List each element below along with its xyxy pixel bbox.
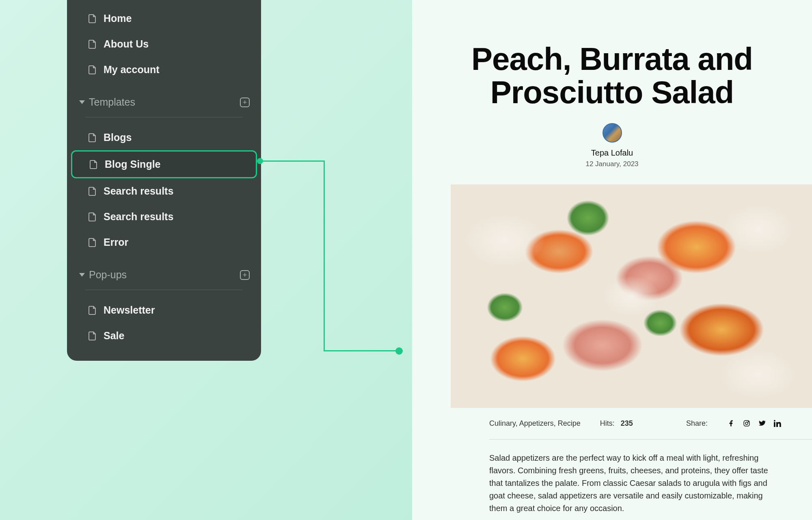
sidebar-item-newsletter[interactable]: Newsletter bbox=[71, 297, 257, 323]
svg-point-1 bbox=[745, 422, 748, 425]
hits-value: 235 bbox=[621, 419, 633, 427]
document-icon bbox=[88, 133, 96, 143]
facebook-icon[interactable] bbox=[727, 419, 735, 427]
linkedin-icon[interactable] bbox=[773, 419, 782, 427]
sidebar-item-my-account[interactable]: My account bbox=[71, 57, 257, 82]
sidebar-item-error[interactable]: Error bbox=[71, 230, 257, 255]
section-header-popups[interactable]: Pop-ups + bbox=[67, 263, 261, 286]
preview-panel: Peach, Burrata and Prosciutto Salad Tepa… bbox=[412, 0, 812, 520]
nav-label: Blog Single bbox=[105, 158, 161, 170]
nav-label: My account bbox=[104, 64, 160, 76]
article-title: Peach, Burrata and Prosciutto Salad bbox=[412, 43, 812, 109]
add-popup-button[interactable]: + bbox=[240, 270, 250, 280]
sidebar-item-blogs[interactable]: Blogs bbox=[71, 125, 257, 150]
document-icon bbox=[88, 39, 96, 49]
section-label: Templates bbox=[89, 96, 135, 108]
article-date: 12 January, 2023 bbox=[412, 160, 812, 168]
nav-label: About Us bbox=[104, 38, 149, 50]
hero-image bbox=[451, 184, 812, 408]
divider bbox=[85, 117, 243, 117]
twitter-icon[interactable] bbox=[758, 419, 766, 427]
document-icon bbox=[88, 65, 96, 75]
section-header-templates[interactable]: Templates + bbox=[67, 91, 261, 114]
nav-label: Sale bbox=[104, 330, 124, 342]
article-meta-row: Culinary, Appetizers, Recipe Hits: 235 S… bbox=[489, 408, 812, 440]
nav-label: Home bbox=[104, 13, 132, 24]
document-icon bbox=[88, 238, 96, 247]
document-icon bbox=[89, 160, 97, 169]
nav-label: Search results bbox=[104, 185, 173, 197]
add-template-button[interactable]: + bbox=[240, 98, 250, 107]
sidebar-item-about-us[interactable]: About Us bbox=[71, 31, 257, 57]
document-icon bbox=[88, 186, 96, 196]
sidebar-item-blog-single[interactable]: Blog Single bbox=[71, 150, 257, 178]
author-block: Tepa Lofalu 12 January, 2023 bbox=[412, 123, 812, 168]
document-icon bbox=[88, 331, 96, 341]
avatar bbox=[603, 123, 622, 143]
sidebar-item-home[interactable]: Home bbox=[71, 6, 257, 31]
author-name: Tepa Lofalu bbox=[412, 148, 812, 158]
sidebar-item-search-results-2[interactable]: Search results bbox=[71, 204, 257, 230]
nav-label: Newsletter bbox=[104, 304, 155, 316]
sidebar-item-search-results[interactable]: Search results bbox=[71, 178, 257, 204]
article-categories: Culinary, Appetizers, Recipe bbox=[489, 419, 581, 428]
document-icon bbox=[88, 306, 96, 315]
caret-down-icon bbox=[79, 273, 85, 277]
article-intro: Salad appetizers are the perfect way to … bbox=[489, 452, 782, 515]
nav-label: Search results bbox=[104, 211, 173, 223]
section-label: Pop-ups bbox=[89, 269, 127, 281]
share-label: Share: bbox=[686, 419, 708, 428]
nav-label: Error bbox=[104, 236, 128, 248]
document-icon bbox=[88, 14, 96, 24]
caret-down-icon bbox=[79, 100, 85, 104]
divider bbox=[85, 290, 243, 290]
hits-label: Hits: bbox=[600, 419, 615, 427]
sidebar-item-sale[interactable]: Sale bbox=[71, 323, 257, 349]
document-icon bbox=[88, 212, 96, 222]
sidebar-panel: Home About Us My account Templates + Blo… bbox=[67, 0, 261, 361]
social-icons bbox=[727, 419, 812, 427]
article-body: Salad appetizers are the perfect way to … bbox=[489, 452, 812, 520]
svg-point-2 bbox=[748, 421, 749, 422]
nav-label: Blogs bbox=[104, 132, 132, 143]
instagram-icon[interactable] bbox=[743, 419, 751, 427]
